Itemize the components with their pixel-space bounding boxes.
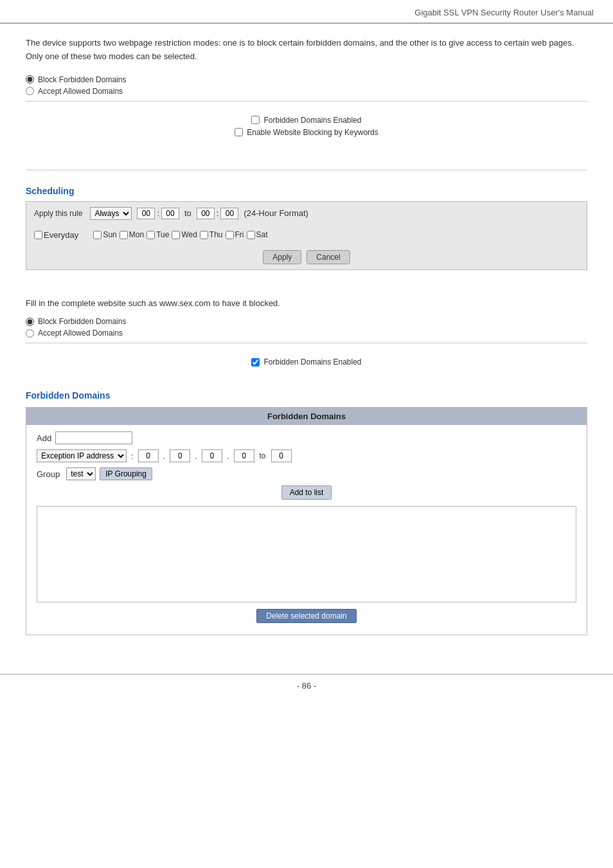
day-sat[interactable]: Sat: [247, 230, 268, 239]
ip-to-field[interactable]: [271, 449, 292, 462]
sat-label: Sat: [256, 230, 268, 239]
page-number: - 86 -: [297, 681, 316, 691]
wed-checkbox[interactable]: [172, 231, 180, 239]
everyday-checkbox[interactable]: [34, 231, 42, 239]
time-to-min[interactable]: [220, 208, 238, 219]
keyword-blocking-item[interactable]: Enable Website Blocking by Keywords: [26, 128, 587, 137]
time-from-min[interactable]: [161, 208, 179, 219]
keyword-blocking-label: Enable Website Blocking by Keywords: [247, 128, 378, 137]
gap-3: [26, 270, 587, 285]
divider-1: [26, 101, 587, 102]
sat-checkbox[interactable]: [247, 231, 255, 239]
sun-checkbox[interactable]: [93, 231, 102, 239]
radio-accept-allowed-label-2: Accept Allowed Domains: [38, 329, 123, 338]
scheduling-days-row: Everyday Sun Mon Tue: [26, 225, 587, 245]
radio-accept-allowed-input-1[interactable]: [26, 87, 34, 95]
group-label: Group: [37, 469, 60, 479]
day-sun[interactable]: Sun: [93, 230, 116, 239]
radio-accept-allowed-input-2[interactable]: [26, 329, 34, 338]
time-from-hour[interactable]: [137, 208, 155, 219]
mon-label: Mon: [129, 230, 144, 239]
forbidden-domains-section: Forbidden Domains Forbidden Domains Add …: [26, 386, 587, 635]
cancel-button[interactable]: Cancel: [306, 250, 350, 264]
radio-accept-allowed-1[interactable]: Accept Allowed Domains: [26, 87, 587, 96]
gap-2: [26, 176, 587, 182]
delete-row: Delete selected domain: [37, 609, 576, 623]
wed-label: Wed: [181, 230, 197, 239]
dot-3: .: [227, 451, 229, 461]
apply-rule-label: Apply this rule: [34, 209, 82, 218]
tue-label: Tue: [156, 230, 169, 239]
group-row: Group test IP Grouping: [37, 467, 576, 480]
thu-checkbox[interactable]: [200, 231, 208, 239]
checkbox-section-1: Forbidden Domains Enabled Enable Website…: [26, 107, 587, 145]
fd-table-body: Add Exception IP address : . . . to: [26, 425, 587, 635]
forbidden-enabled-item-2[interactable]: Forbidden Domains Enabled: [26, 357, 587, 366]
checkbox-section-2: Forbidden Domains Enabled: [26, 348, 587, 375]
day-mon[interactable]: Mon: [120, 230, 144, 239]
day-thu[interactable]: Thu: [200, 230, 223, 239]
dot-2: .: [195, 451, 197, 461]
scheduling-box: Apply this rule Always : to : (24-Hour F…: [26, 201, 587, 270]
ip-field-2[interactable]: [170, 449, 190, 462]
gap-1: [26, 145, 587, 165]
scheduling-title: Scheduling: [26, 182, 587, 199]
time-format-label: (24-Hour Format): [244, 208, 308, 218]
colon-2: :: [217, 208, 219, 218]
radio-block-forbidden-input-2[interactable]: [26, 318, 34, 326]
apply-button[interactable]: Apply: [263, 250, 301, 264]
forbidden-enabled-item[interactable]: Forbidden Domains Enabled: [26, 116, 587, 125]
forbidden-enabled-checkbox[interactable]: [251, 116, 260, 124]
forbidden-domains-title: Forbidden Domains: [26, 386, 587, 403]
everyday-label: Everyday: [44, 230, 78, 240]
day-wed[interactable]: Wed: [172, 230, 197, 239]
add-to-list-row: Add to list: [37, 485, 576, 500]
to-ip-label: to: [260, 451, 266, 460]
fill-text: Fill in the complete website such as www…: [26, 297, 587, 310]
tue-checkbox[interactable]: [147, 231, 155, 239]
fd-table-header: Forbidden Domains: [26, 408, 587, 425]
radio-accept-allowed-2[interactable]: Accept Allowed Domains: [26, 329, 587, 338]
time-to-hour[interactable]: [197, 208, 215, 219]
delete-selected-button[interactable]: Delete selected domain: [256, 609, 356, 623]
fri-checkbox[interactable]: [226, 231, 234, 239]
thu-label: Thu: [209, 230, 223, 239]
ip-field-4[interactable]: [234, 449, 254, 462]
always-select[interactable]: Always: [90, 207, 132, 220]
fri-label: Fri: [235, 230, 244, 239]
everyday-check[interactable]: Everyday: [34, 230, 78, 240]
radio-block-forbidden-2[interactable]: Block Forbidden Domains: [26, 317, 587, 326]
exception-ip-row: Exception IP address : . . . to: [37, 449, 576, 462]
radio-block-forbidden-1[interactable]: Block Forbidden Domains: [26, 75, 587, 84]
apply-cancel-row: Apply Cancel: [26, 245, 587, 269]
second-radio-group: Block Forbidden Domains Accept Allowed D…: [26, 317, 587, 338]
day-checkboxes: Sun Mon Tue Wed: [93, 230, 267, 239]
ip-field-3[interactable]: [202, 449, 222, 462]
manual-title: Gigabit SSL VPN Security Router User's M…: [414, 8, 594, 17]
mon-checkbox[interactable]: [120, 231, 128, 239]
ip-field-1[interactable]: [138, 449, 159, 462]
radio-block-forbidden-input-1[interactable]: [26, 75, 34, 84]
sun-label: Sun: [103, 230, 116, 239]
forbidden-domains-table: Forbidden Domains Add Exception IP addre…: [26, 407, 587, 635]
colon-1: :: [157, 208, 159, 218]
ip-grouping-button[interactable]: IP Grouping: [100, 467, 152, 480]
keyword-blocking-checkbox[interactable]: [235, 128, 243, 136]
radio-block-forbidden-label-2: Block Forbidden Domains: [38, 317, 126, 326]
dot-1: .: [163, 451, 166, 461]
gap-4: [26, 375, 587, 383]
colon-ip: :: [131, 451, 134, 461]
day-tue[interactable]: Tue: [147, 230, 169, 239]
forbidden-enabled-checkbox-2[interactable]: [251, 358, 260, 366]
group-select[interactable]: test: [66, 467, 96, 480]
day-fri[interactable]: Fri: [226, 230, 244, 239]
divider-3: [26, 343, 587, 343]
radio-accept-allowed-label-1: Accept Allowed Domains: [38, 87, 123, 96]
exception-type-select[interactable]: Exception IP address: [37, 449, 127, 462]
add-input[interactable]: [55, 431, 132, 444]
main-content: The device supports two webpage restrict…: [0, 24, 613, 661]
add-row: Add: [37, 431, 576, 444]
add-to-list-button[interactable]: Add to list: [281, 485, 332, 500]
intro-text: The device supports two webpage restrict…: [26, 37, 587, 64]
domain-list-area: [37, 506, 576, 602]
